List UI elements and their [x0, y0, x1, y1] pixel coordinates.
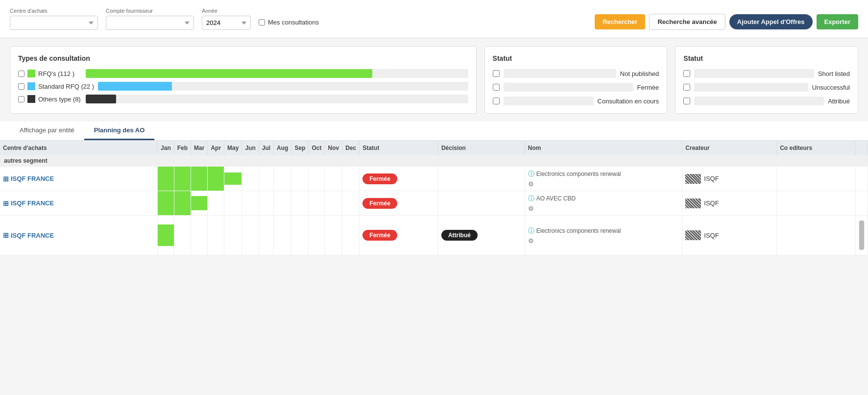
col-centre: Centre d'achats	[0, 141, 158, 155]
scroll-cell-3	[856, 216, 868, 255]
expand-icon-1[interactable]: ⊞	[3, 175, 9, 183]
col-dec: Dec	[342, 141, 360, 155]
creator-cell-3: ISQF	[682, 216, 777, 255]
table-row: ⊞ ISQF FRANCE	[0, 191, 868, 216]
standard-bar-wrap	[98, 82, 468, 91]
top-bar: Centre d'achats Compte fournisseur Année…	[0, 0, 868, 38]
col-co-editeurs: Co editeurs	[777, 141, 856, 155]
dec-3	[342, 216, 360, 255]
tab-affichage[interactable]: Affichage par entité	[10, 122, 84, 140]
col-statut: Statut	[360, 141, 438, 155]
gear-icon-3[interactable]: ⚙	[528, 237, 534, 245]
tab-planning[interactable]: Planning des AO	[84, 122, 155, 140]
info-icon-3: ⓘ	[528, 227, 534, 234]
feb-2	[174, 191, 191, 216]
gear-icon-2[interactable]: ⚙	[528, 205, 534, 212]
annee-select[interactable]: 2024	[202, 16, 251, 30]
consultation-checkbox[interactable]	[493, 98, 500, 104]
not-published-checkbox[interactable]	[493, 70, 500, 77]
scroll-cell-2	[856, 191, 868, 216]
fermee-checkbox[interactable]	[493, 84, 500, 91]
may-3	[224, 216, 242, 255]
jul-3	[259, 216, 273, 255]
compte-select[interactable]	[106, 16, 194, 30]
rechercher-button[interactable]: Rechercher	[595, 14, 646, 29]
feb-3	[174, 216, 191, 255]
mar-3	[191, 216, 208, 255]
info-icon-1: ⓘ	[528, 170, 534, 177]
attribue-bar	[694, 97, 824, 105]
rfq-bar	[86, 69, 372, 78]
decision-cell-1	[438, 167, 525, 191]
sep-1	[291, 167, 309, 191]
chart-row-standard: Standard RFQ (22 )	[18, 82, 468, 91]
creator-name-2: ISQF	[704, 199, 719, 207]
expand-icon-3[interactable]: ⊞	[3, 231, 9, 239]
nov-2	[325, 191, 342, 216]
unsuccessful-checkbox[interactable]	[683, 84, 690, 91]
col-jul: Jul	[259, 141, 273, 155]
annee-field: Année 2024	[202, 8, 251, 30]
apr-3	[208, 216, 224, 255]
statut-cell-1: Fermée	[360, 167, 438, 191]
add-appel-button[interactable]: Ajouter Appel d'Offres	[729, 14, 813, 29]
advanced-search-button[interactable]: Recherche avancée	[649, 14, 725, 30]
dec-2	[342, 191, 360, 216]
others-swatch	[27, 95, 35, 103]
others-bar	[86, 95, 116, 103]
compte-field: Compte fournisseur	[106, 8, 194, 30]
aug-2	[274, 191, 291, 216]
aug-1	[274, 167, 291, 191]
chart-types: RFQ's (112 ) Standard RFQ (22 )	[18, 69, 468, 103]
gear-icon-1[interactable]: ⚙	[528, 180, 534, 188]
mar-2	[191, 191, 208, 216]
attribue-label: Attribué	[828, 98, 850, 105]
statut-left-title: Statut	[493, 54, 659, 62]
col-decision: Décision	[438, 141, 525, 155]
jan-2	[158, 191, 174, 216]
statut-left-list: Not published Fermée Consultation en cou…	[493, 69, 659, 105]
statut-cell-3: Fermée	[360, 216, 438, 255]
may-2	[224, 191, 242, 216]
col-apr: Apr	[208, 141, 224, 155]
statut-right-title: Statut	[683, 54, 850, 62]
mes-consultations-checkbox[interactable]	[259, 19, 265, 25]
nov-1	[325, 167, 342, 191]
export-button[interactable]: Exporter	[817, 14, 858, 29]
unsuccessful-label: Unsuccessful	[812, 84, 850, 91]
standard-checkbox[interactable]	[18, 83, 24, 90]
sep-3	[291, 216, 309, 255]
status-unsuccessful: Unsuccessful	[683, 83, 850, 92]
jul-1	[259, 167, 273, 191]
table-row: ⊞ ISQF FRANCE	[0, 167, 868, 191]
statut-badge-3: Fermée	[362, 230, 397, 241]
not-published-bar	[504, 69, 616, 78]
nom-cell-2: ⓘAO AVEC CBD ⚙	[525, 191, 682, 216]
entity-cell-2: ⊞ ISQF FRANCE	[0, 191, 158, 216]
fermee-bar	[504, 83, 633, 92]
others-bar-wrap	[86, 95, 468, 103]
status-short-listed: Short listed	[683, 69, 850, 78]
others-checkbox[interactable]	[18, 96, 24, 102]
centre-select[interactable]	[10, 16, 98, 30]
short-listed-checkbox[interactable]	[683, 70, 690, 77]
scroll-cell-1	[856, 167, 868, 191]
segment-label: autres segment	[0, 155, 868, 167]
attribue-checkbox[interactable]	[683, 98, 690, 104]
expand-icon-2[interactable]: ⊞	[3, 199, 9, 207]
entity-cell-3: ⊞ ISQF FRANCE	[0, 216, 158, 255]
consultation-bar	[504, 97, 594, 105]
jun-2	[242, 191, 259, 216]
apr-1	[208, 167, 224, 191]
short-listed-label: Short listed	[818, 70, 850, 77]
mar-1	[191, 167, 208, 191]
oct-1	[309, 167, 325, 191]
oct-2	[309, 191, 325, 216]
apr-2	[208, 191, 224, 216]
rfq-checkbox[interactable]	[18, 71, 24, 77]
co-editeurs-cell-3	[777, 216, 856, 255]
creator-avatar-1	[685, 174, 701, 184]
sep-2	[291, 191, 309, 216]
table-header-row: Centre d'achats Jan Feb Mar Apr May Jun …	[0, 141, 868, 155]
mes-consultations-field: Mes consultations	[259, 19, 319, 30]
